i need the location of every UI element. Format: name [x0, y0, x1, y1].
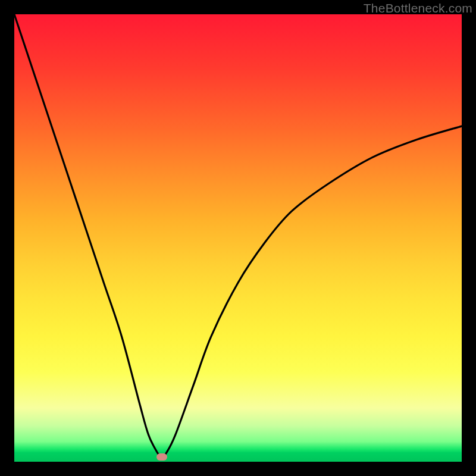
chart-curve-svg — [14, 14, 462, 462]
optimal-point-marker — [156, 453, 167, 461]
watermark-text: TheBottleneck.com — [364, 1, 472, 15]
bottleneck-curve-path — [14, 14, 462, 457]
chart-frame — [14, 14, 462, 462]
